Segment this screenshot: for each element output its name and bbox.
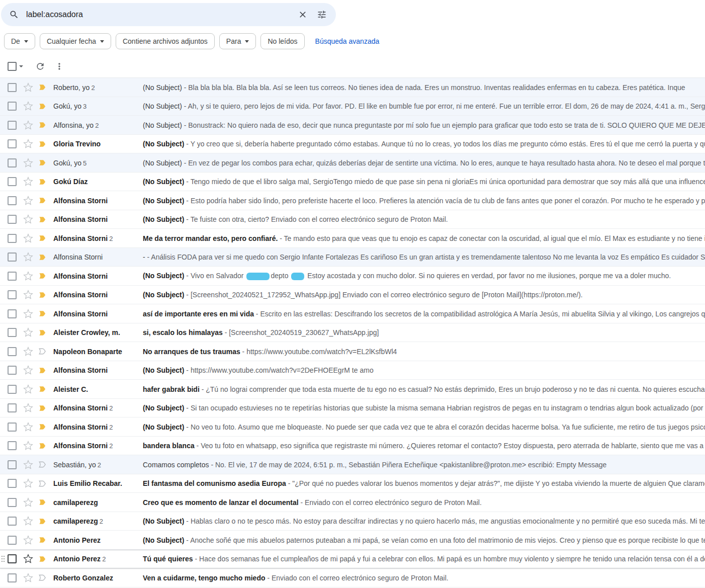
row-checkbox[interactable]: [8, 366, 17, 375]
refresh-icon[interactable]: [30, 56, 50, 76]
row-checkbox[interactable]: [8, 347, 17, 356]
star-icon[interactable]: [23, 82, 33, 93]
email-row[interactable]: Gloria Trevino (No Subject) - Y yo creo …: [0, 135, 705, 154]
star-icon[interactable]: [23, 158, 33, 168]
importance-marker-icon[interactable]: [38, 479, 47, 488]
star-icon[interactable]: [23, 101, 33, 111]
importance-marker-icon[interactable]: [38, 573, 47, 582]
filter-chip-fecha[interactable]: Cualquier fecha: [40, 33, 111, 49]
importance-marker-icon[interactable]: [38, 403, 47, 413]
importance-marker-icon[interactable]: [38, 517, 47, 526]
row-checkbox[interactable]: [8, 83, 17, 92]
email-row[interactable]: Alfonsina Storni2 bandera blanca - Veo t…: [0, 437, 705, 456]
star-icon[interactable]: [23, 535, 33, 545]
email-row[interactable]: Alfonsina Storni (No Subject) - [Screens…: [0, 286, 705, 305]
star-icon[interactable]: [23, 139, 33, 149]
email-row[interactable]: Gokú, yo3 (No Subject) - Ah, y si te qui…: [0, 97, 705, 116]
row-checkbox[interactable]: [8, 423, 17, 432]
row-checkbox[interactable]: [8, 328, 17, 337]
row-checkbox[interactable]: [8, 517, 17, 526]
email-row[interactable]: Aleister C. hafer gabrak bidi - ¿Tú no l…: [0, 380, 705, 399]
tune-filters-icon[interactable]: [315, 8, 329, 22]
star-icon[interactable]: [23, 347, 33, 357]
importance-marker-icon[interactable]: [38, 441, 47, 451]
star-icon[interactable]: [23, 573, 33, 583]
importance-marker-icon[interactable]: [38, 554, 47, 564]
row-checkbox[interactable]: [8, 385, 17, 394]
row-checkbox[interactable]: [8, 460, 17, 469]
importance-marker-icon[interactable]: [38, 196, 47, 205]
star-icon[interactable]: [23, 327, 33, 338]
importance-marker-icon[interactable]: [38, 253, 47, 262]
star-icon[interactable]: [23, 441, 33, 451]
email-row[interactable]: Alfonsina Storni (No Subject) - Vivo en …: [0, 267, 705, 286]
importance-marker-icon[interactable]: [38, 535, 47, 545]
email-row[interactable]: camilaperezg2 (No Subject) - Hablas clar…: [0, 512, 705, 531]
star-icon[interactable]: [23, 290, 33, 300]
star-icon[interactable]: [23, 177, 33, 187]
row-checkbox[interactable]: [8, 536, 17, 545]
search-bar[interactable]: label:acosadora: [1, 3, 336, 26]
row-checkbox[interactable]: [8, 215, 17, 224]
importance-marker-icon[interactable]: [38, 82, 47, 92]
email-row[interactable]: Alfonsina Storni - - Análisis FODA para …: [0, 248, 705, 267]
star-icon[interactable]: [23, 252, 33, 262]
importance-marker-icon[interactable]: [38, 347, 47, 356]
filter-chip-de[interactable]: De: [4, 33, 35, 49]
star-icon[interactable]: [23, 516, 33, 526]
row-checkbox[interactable]: [8, 309, 17, 318]
filter-chip-noleidos[interactable]: No leídos: [260, 33, 304, 49]
row-checkbox[interactable]: [8, 403, 17, 412]
star-icon[interactable]: [23, 497, 33, 508]
email-row[interactable]: Roberto, yo2 (No Subject) - Bla bla bla …: [0, 78, 705, 97]
star-icon[interactable]: [23, 384, 33, 394]
email-row[interactable]: Alfonsina Storni así de importante eres …: [0, 304, 705, 323]
email-row[interactable]: Alfonsina Storni2 Me da terror mandar es…: [0, 229, 705, 248]
select-all-chevron-icon[interactable]: [19, 65, 23, 67]
email-row[interactable]: Antonio Perez2 Tú qué quieres - Hace dos…: [0, 550, 705, 569]
star-icon[interactable]: [23, 460, 33, 470]
star-icon[interactable]: [23, 120, 33, 130]
email-row[interactable]: Roberto Gonzalez Ven a cuidarme, tengo m…: [0, 568, 705, 587]
importance-marker-icon[interactable]: [38, 158, 47, 167]
row-checkbox[interactable]: [8, 479, 17, 488]
row-checkbox[interactable]: [8, 498, 17, 507]
star-icon[interactable]: [23, 309, 33, 319]
importance-marker-icon[interactable]: [38, 460, 47, 469]
select-all-box[interactable]: [8, 62, 17, 71]
star-icon[interactable]: [23, 422, 33, 432]
select-all-checkbox[interactable]: [8, 62, 23, 71]
importance-marker-icon[interactable]: [38, 271, 47, 281]
importance-marker-icon[interactable]: [38, 177, 47, 187]
email-row[interactable]: Gokú, yo5 (No Subject) - En vez de pegar…: [0, 153, 705, 173]
importance-marker-icon[interactable]: [38, 366, 47, 375]
email-row[interactable]: Alfonsina Storni2 (No Subject) - No veo …: [0, 417, 705, 437]
importance-marker-icon[interactable]: [38, 215, 47, 224]
filter-chip-adjuntos[interactable]: Contiene archivos adjuntos: [116, 33, 215, 49]
email-row[interactable]: Alfonsina, yo2 (No Subject) - Bonustrack…: [0, 116, 705, 135]
importance-marker-icon[interactable]: [38, 384, 47, 394]
row-checkbox[interactable]: [8, 554, 17, 563]
importance-marker-icon[interactable]: [38, 497, 47, 507]
advanced-search-link[interactable]: Búsqueda avanzada: [315, 37, 380, 45]
row-checkbox[interactable]: [8, 441, 17, 450]
email-row[interactable]: Alfonsina Storni (No Subject) - https://…: [0, 361, 705, 380]
importance-marker-icon[interactable]: [38, 233, 47, 243]
email-row[interactable]: Aleister Crowley, m. si, escalo los hima…: [0, 323, 705, 343]
star-icon[interactable]: [23, 403, 33, 413]
importance-marker-icon[interactable]: [38, 290, 47, 300]
importance-marker-icon[interactable]: [38, 328, 47, 338]
drag-handle-icon[interactable]: [1, 555, 6, 563]
star-icon[interactable]: [23, 214, 33, 224]
email-row[interactable]: Alfonsina Storni (No Subject) - Te fuist…: [0, 210, 705, 229]
email-row[interactable]: Luis Emilio Recabar. El fantasma del com…: [0, 474, 705, 493]
importance-marker-icon[interactable]: [38, 309, 47, 318]
email-row[interactable]: Gokú Díaz (No Subject) - Tengo miedo de …: [0, 173, 705, 192]
row-checkbox[interactable]: [8, 177, 17, 186]
row-checkbox[interactable]: [8, 290, 17, 299]
importance-marker-icon[interactable]: [38, 422, 47, 432]
importance-marker-icon[interactable]: [38, 139, 47, 149]
star-icon[interactable]: [23, 271, 33, 281]
email-row[interactable]: Sebastián, yo2 Comamos completos - No. E…: [0, 455, 705, 474]
clear-search-icon[interactable]: [296, 8, 310, 22]
